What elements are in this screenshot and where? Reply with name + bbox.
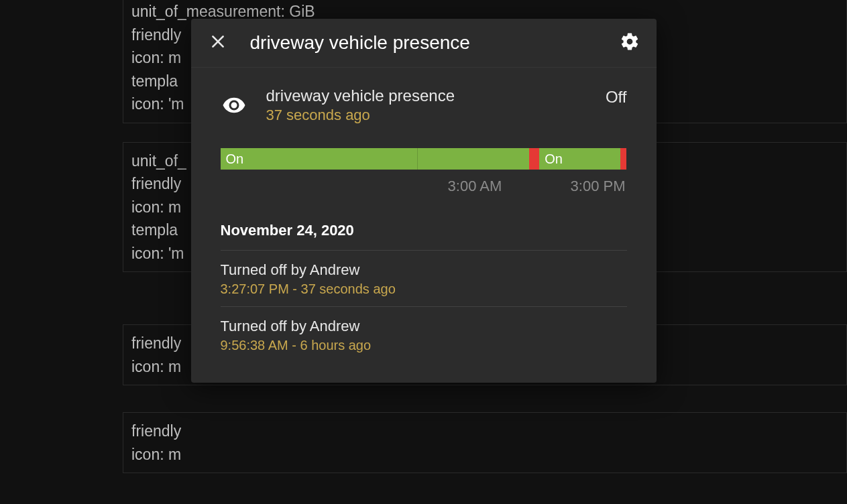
entity-info: driveway vehicle presence 37 seconds ago [266,86,587,124]
timeline-segment-off [620,148,626,170]
entity-dialog: driveway vehicle presence driveway vehic… [191,19,657,383]
timeline-tick: 3:00 PM [571,178,626,195]
timeline-tick: 3:00 AM [448,178,502,195]
entity-state: Off [606,88,627,107]
history-item-time: 3:27:07 PM - 37 seconds ago [221,281,627,297]
history-item-title: Turned off by Andrew [221,318,627,335]
history-timeline[interactable]: On On [221,148,627,170]
entity-last-changed: 37 seconds ago [266,107,587,124]
settings-button[interactable] [616,29,643,56]
dialog-body: driveway vehicle presence 37 seconds ago… [191,68,657,383]
entity-name: driveway vehicle presence [266,86,587,105]
timeline-segment-on: On [221,148,418,170]
dialog-header: driveway vehicle presence [191,19,657,68]
timeline-segment-on [417,148,529,170]
entity-state-row: driveway vehicle presence 37 seconds ago… [221,86,627,124]
gear-icon [620,32,640,54]
history-item-time: 9:56:38 AM - 6 hours ago [221,338,627,353]
history-item-title: Turned off by Andrew [221,261,627,279]
timeline-segment-on: On [539,148,620,170]
timeline-segment-off [529,148,539,170]
close-button[interactable] [205,29,231,56]
timeline-tick-labels: . 3:00 AM 3:00 PM [221,178,627,195]
close-icon [209,33,227,53]
dialog-overlay: driveway vehicle presence driveway vehic… [0,0,847,504]
history-item[interactable]: Turned off by Andrew 9:56:38 AM - 6 hour… [221,307,627,363]
history-item[interactable]: Turned off by Andrew 3:27:07 PM - 37 sec… [221,251,627,307]
history-date-header: November 24, 2020 [221,222,627,251]
dialog-title: driveway vehicle presence [250,32,598,54]
eye-icon [221,92,247,119]
history-log: November 24, 2020 Turned off by Andrew 3… [221,222,627,363]
